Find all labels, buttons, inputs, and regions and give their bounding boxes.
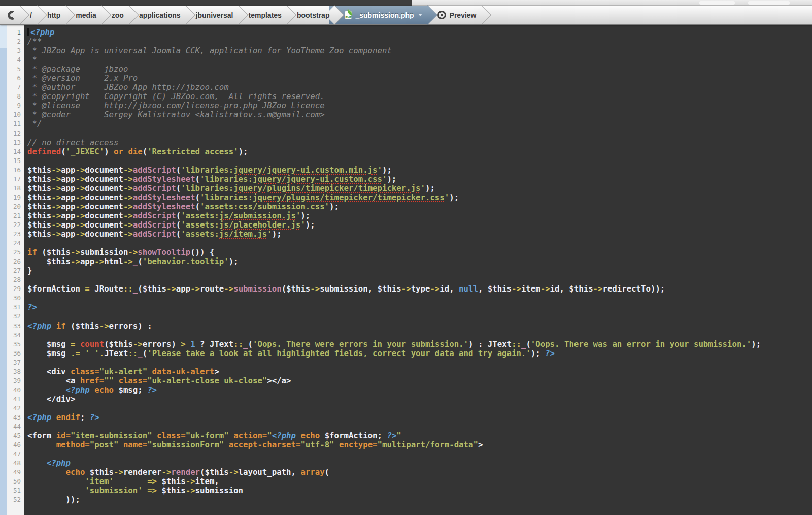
code-line: <?php endif; ?> [27,413,812,422]
line-number: 15 [7,156,24,166]
code-line: */ [27,119,812,128]
code-line: if ($this->submission->showTooltip()) { [27,248,812,257]
line-number: 14 [7,147,24,156]
code-line: <?php [27,459,812,468]
preview-label: Preview [450,11,477,19]
breadcrumb-item-label: templates [249,11,282,19]
line-number: 48 [7,459,24,468]
code-line: $this->app->document->addScript('assets:… [27,220,812,230]
line-number: 19 [7,193,24,202]
line-number: 49 [7,468,24,477]
code-line: )); [27,495,812,504]
line-number: 8 [7,92,24,101]
window-title-strip [0,0,812,6]
breadcrumb-item-label: applications [139,11,181,19]
code-line [27,275,812,284]
line-number: 18 [7,184,24,193]
code-line: $this->app->document->addScript('librari… [27,184,812,193]
line-number: 29 [7,284,24,294]
line-number: 38 [7,367,24,376]
code-line: * @coder Sergey Kalistratov <kalistratov… [27,110,812,119]
line-number: 32 [7,312,24,321]
code-line [27,449,812,459]
code-line [27,404,812,413]
line-number: 28 [7,275,24,284]
line-number: 5 [7,65,24,74]
line-number: 24 [7,239,24,248]
line-number: 25 [7,248,24,257]
code-line: $formAction = JRoute::_($this->app->rout… [27,284,812,294]
code-line [27,358,812,367]
code-line: $this->app->document->addStylesheet('lib… [27,193,812,202]
code-line: <a href="" class="uk-alert-close uk-clos… [27,376,812,385]
line-number: 37 [7,358,24,367]
code-line: * JBZoo App is universal Joomla CCK, app… [27,46,812,55]
line-number: 4 [7,55,24,65]
line-number: 2 [7,37,24,46]
code-line: 'submission' => $this->submission [27,486,812,495]
line-number: 36 [7,349,24,358]
code-line: echo $this->renderer->render($this->layo… [27,468,812,477]
code-line: </div> [27,395,812,404]
line-number: 12 [7,129,24,138]
code-line: <?php [27,28,812,37]
line-number-gutter: 1234567891011121314151617181920212223242… [7,25,24,515]
line-number: 39 [7,376,24,385]
breadcrumb: /httpmediazooapplicationsjbuniversaltemp… [0,6,812,25]
code-line: $this->app->document->addStylesheet('lib… [27,175,812,184]
code-line: } [27,266,812,275]
code-line: <div class="uk-alert" data-uk-alert> [27,367,812,376]
line-number: 50 [7,477,24,486]
line-number: 45 [7,431,24,440]
text-cursor [27,28,29,36]
code-line [27,156,812,166]
breadcrumb-item-label: media [76,11,96,19]
line-number: 43 [7,413,24,422]
code-line: * @license http://jbzoo.com/license-pro.… [27,101,812,110]
code-line [27,422,812,431]
code-line: * [27,55,812,65]
code-line [27,331,812,340]
line-number: 17 [7,175,24,184]
breadcrumb-item-label: / [30,11,32,19]
code-line: $this->app->document->addStylesheet('ass… [27,202,812,211]
code-editor[interactable]: 1234567891011121314151617181920212223242… [0,25,812,515]
line-number: 27 [7,266,24,275]
code-line: method="post" name="submissionForm" acce… [27,440,812,449]
line-number: 47 [7,449,24,459]
chevron-down-icon[interactable] [418,14,422,16]
line-number: 33 [7,321,24,331]
code-line: ?> [27,303,812,312]
php-file-icon: PHP [345,11,352,19]
line-number: 46 [7,440,24,449]
title-strip-pill [699,1,735,5]
breadcrumb-item-label: http [47,11,60,19]
code-line: $this->app->document->addScript('assets:… [27,230,812,239]
code-line: <form id="item-submission" class="uk-for… [27,431,812,440]
line-number: 52 [7,495,24,504]
code-area[interactable]: <?php/** * JBZoo App is universal Joomla… [24,25,812,515]
places-icon [8,11,17,20]
breadcrumb-item-label: bootstrap [297,11,330,19]
code-line: * @author JBZoo App http://jbzoo.com [27,83,812,92]
code-line: * @package jbzoo [27,65,812,74]
code-line: // no direct access [27,138,812,147]
php-leaf-icon [347,9,353,15]
code-line: $this->app->html->_('behavior.tooltip'); [27,257,812,266]
line-number: 6 [7,74,24,83]
code-line: $msg = count($this->errors) > 1 ? JText:… [27,340,812,349]
code-line: <?php if ($this->errors) : [27,321,812,331]
line-number: 3 [7,46,24,55]
code-line: $this->app->document->addScript('assets:… [27,211,812,220]
line-number: 35 [7,340,24,349]
line-number: 20 [7,202,24,211]
breadcrumb-filler [482,6,812,24]
breadcrumb-root-button[interactable] [0,6,20,24]
line-number: 44 [7,422,24,431]
editor-left-margin [0,25,7,515]
code-line: $this->app->document->addScript('librari… [27,166,812,175]
line-number: 22 [7,220,24,230]
line-number: 13 [7,138,24,147]
code-line: /** [27,37,812,46]
title-strip-pill [748,1,790,5]
